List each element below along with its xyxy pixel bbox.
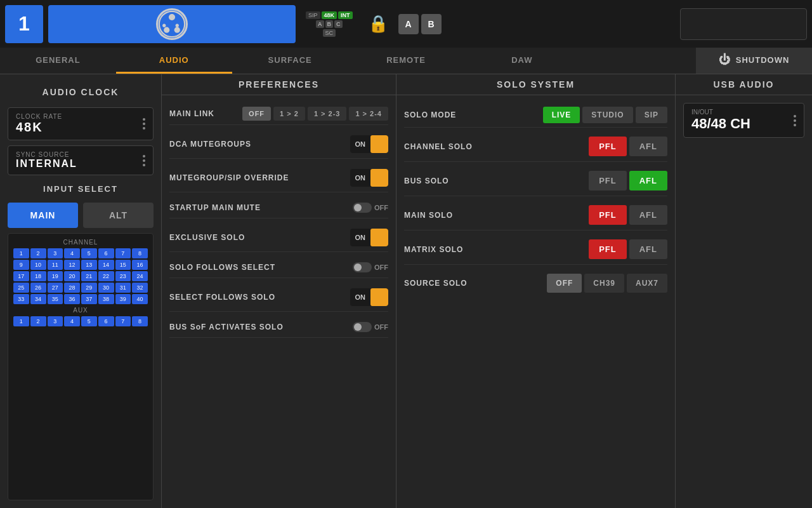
shutdown-button[interactable]: ⏻ SHUTDOWN — [696, 48, 812, 74]
main-solo-afl[interactable]: AFL — [629, 205, 667, 225]
channel-btn[interactable]: 18 — [30, 271, 46, 281]
source-solo-aux7[interactable]: AUX7 — [627, 274, 667, 293]
channel-btn[interactable]: 8 — [132, 248, 148, 258]
channel-btn[interactable]: 37 — [81, 294, 97, 304]
channel-btn[interactable]: 38 — [98, 294, 114, 304]
main-link-1-2-3[interactable]: 1 > 2-3 — [308, 107, 347, 121]
matrix-solo-label: MATRIX SOLO — [404, 245, 463, 254]
sync-source-box[interactable]: SYNC SOURCE INTERNAL — [8, 145, 154, 175]
aux-btn[interactable]: 5 — [81, 316, 97, 326]
solo-mode-live[interactable]: LIVE — [543, 107, 580, 123]
channel-btn[interactable]: 33 — [13, 294, 29, 304]
channel-btn[interactable]: 7 — [115, 248, 131, 258]
channel-btn[interactable]: 20 — [64, 271, 80, 281]
main-link-1-2-4[interactable]: 1 > 2-4 — [349, 107, 388, 121]
channel-btn[interactable]: 19 — [48, 271, 63, 281]
startup-main-mute-toggle[interactable]: OFF — [353, 203, 388, 213]
channel-btn[interactable]: 27 — [48, 283, 63, 293]
source-solo-ch39[interactable]: CH39 — [584, 274, 624, 293]
matrix-solo-pfl[interactable]: PFL — [589, 239, 627, 259]
ab-buttons: A B — [398, 14, 442, 34]
tab-surface[interactable]: SURFACE — [232, 48, 348, 74]
channel-btn[interactable]: 10 — [30, 260, 46, 270]
solo-follows-select-toggle[interactable]: OFF — [353, 262, 388, 272]
usb-io-menu[interactable] — [794, 115, 796, 126]
btn-b[interactable]: B — [421, 14, 442, 34]
tab-audio[interactable]: AUDIO — [116, 48, 232, 74]
channel-btn[interactable]: 28 — [64, 283, 80, 293]
aux-btn[interactable]: 6 — [98, 316, 114, 326]
logo-area — [48, 5, 296, 43]
channel-btn[interactable]: 13 — [81, 260, 97, 270]
channel-btn[interactable]: 21 — [81, 271, 97, 281]
channel-btn[interactable]: 2 — [30, 248, 46, 258]
channel-btn[interactable]: 24 — [132, 271, 148, 281]
main-button[interactable]: MAIN — [8, 203, 78, 228]
lock-icon[interactable]: 🔒 — [368, 14, 388, 34]
channel-btn[interactable]: 39 — [115, 294, 131, 304]
btn-a[interactable]: A — [398, 14, 419, 34]
channel-btn[interactable]: 25 — [13, 283, 29, 293]
main-link-off[interactable]: OFF — [242, 107, 271, 121]
solo-mode-sip[interactable]: SIP — [636, 107, 667, 123]
bus-sof-toggle[interactable]: OFF — [353, 322, 388, 332]
channel-btn[interactable]: 35 — [48, 294, 63, 304]
channel-btn[interactable]: 26 — [30, 283, 46, 293]
channel-btn[interactable]: 34 — [30, 294, 46, 304]
mutegroup-sip-toggle[interactable]: ON — [350, 169, 389, 187]
channel-btn[interactable]: 16 — [132, 260, 148, 270]
usb-io-box[interactable]: IN/OUT 48/48 CH — [683, 103, 804, 138]
channel-btn[interactable]: 30 — [98, 283, 114, 293]
channel-btn[interactable]: 11 — [48, 260, 63, 270]
aux-btn[interactable]: 4 — [64, 316, 80, 326]
solo-content: SOLO MODE LIVE STUDIO SIP CHANNEL SOLO P… — [396, 95, 675, 305]
solo-mode-studio[interactable]: STUDIO — [582, 107, 632, 123]
channel-btn[interactable]: 36 — [64, 294, 80, 304]
select-follows-solo-toggle[interactable]: ON — [350, 288, 389, 306]
sync-source-menu[interactable] — [143, 155, 145, 166]
channel-solo-afl[interactable]: AFL — [629, 137, 667, 156]
exclusive-solo-toggle[interactable]: ON — [350, 229, 389, 246]
tab-daw[interactable]: DAW — [464, 48, 580, 74]
channel-btn[interactable]: 9 — [13, 260, 29, 270]
channel-btn[interactable]: 15 — [115, 260, 131, 270]
main-link-1-2[interactable]: 1 > 2 — [273, 107, 305, 121]
channel-btn[interactable]: 14 — [98, 260, 114, 270]
channel-btn[interactable]: 1 — [13, 248, 29, 258]
aux-btn[interactable]: 2 — [30, 316, 46, 326]
aux-btn[interactable]: 3 — [48, 316, 63, 326]
aux-btn[interactable]: 7 — [115, 316, 131, 326]
clock-rate-box[interactable]: CLOCK RATE 48K — [8, 107, 154, 140]
matrix-solo-afl[interactable]: AFL — [629, 239, 667, 259]
aux-btn[interactable]: 8 — [132, 316, 148, 326]
main-solo-pfl[interactable]: PFL — [589, 205, 627, 225]
audio-clock-panel: AUDIO CLOCK CLOCK RATE 48K SYNC SOURCE I… — [0, 74, 162, 508]
channel-btn[interactable]: 31 — [115, 283, 131, 293]
channel-btn[interactable]: 4 — [64, 248, 80, 258]
clock-rate-menu[interactable] — [143, 118, 145, 130]
channel-btn[interactable]: 12 — [64, 260, 80, 270]
channel-btn[interactable]: 40 — [132, 294, 148, 304]
channel-btn[interactable]: 23 — [115, 271, 131, 281]
bus-solo-afl[interactable]: AFL — [629, 171, 667, 190]
mutegroup-sip-on: ON — [350, 171, 371, 185]
channel-btn[interactable]: 17 — [13, 271, 29, 281]
startup-main-mute-label: STARTUP MAIN MUTE — [169, 203, 261, 212]
tab-general[interactable]: GENERAL — [0, 48, 116, 74]
badge-b: B — [325, 20, 334, 28]
channel-btn[interactable]: 3 — [48, 248, 63, 258]
usb-io-value: 48/48 CH — [691, 116, 750, 132]
channel-btn[interactable]: 29 — [81, 283, 97, 293]
channel-btn[interactable]: 22 — [98, 271, 114, 281]
alt-button[interactable]: ALT — [83, 203, 154, 228]
nav-tabs: GENERAL AUDIO SURFACE REMOTE DAW ⏻ SHUTD… — [0, 48, 812, 74]
channel-solo-pfl[interactable]: PFL — [589, 137, 627, 156]
channel-btn[interactable]: 5 — [81, 248, 97, 258]
aux-btn[interactable]: 1 — [13, 316, 29, 326]
channel-btn[interactable]: 6 — [98, 248, 114, 258]
source-solo-off[interactable]: OFF — [547, 274, 582, 293]
dca-mutegroups-toggle[interactable]: ON — [350, 135, 389, 153]
tab-remote[interactable]: REMOTE — [348, 48, 464, 74]
bus-solo-pfl[interactable]: PFL — [589, 171, 627, 190]
channel-btn[interactable]: 32 — [132, 283, 148, 293]
